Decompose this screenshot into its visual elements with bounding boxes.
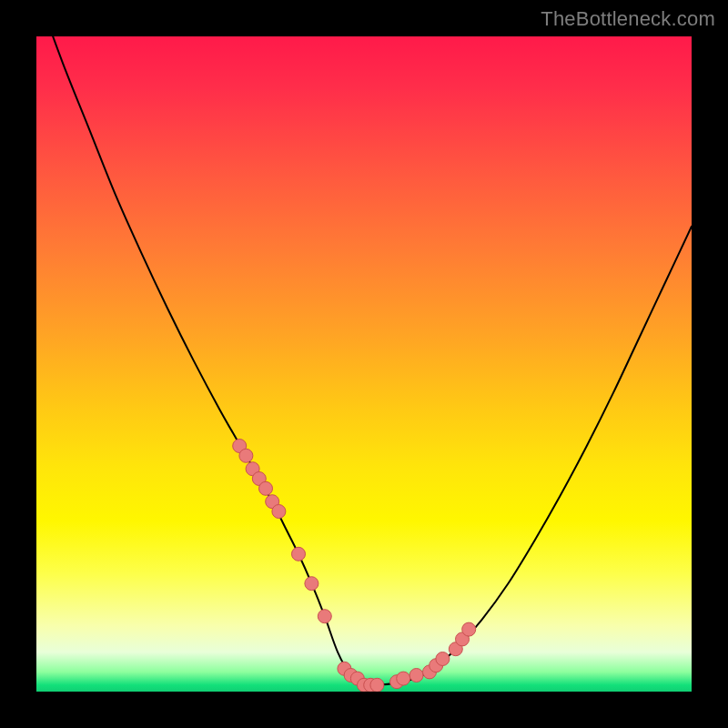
datapoint: [305, 577, 318, 591]
datapoint: [292, 547, 306, 561]
datapoint: [239, 449, 253, 462]
datapoint: [272, 505, 286, 519]
bottleneck-curve: [36, 36, 692, 686]
plot-area: [36, 36, 692, 692]
datapoints-group: [233, 440, 476, 693]
datapoint: [436, 652, 450, 666]
datapoint: [318, 610, 331, 623]
datapoint: [370, 678, 384, 692]
datapoint: [462, 622, 476, 636]
datapoint: [397, 672, 410, 685]
datapoint: [410, 669, 423, 682]
chart-frame: TheBottleneck.com: [0, 0, 728, 728]
datapoint: [259, 481, 273, 495]
chart-svg: [36, 36, 692, 692]
watermark-text: TheBottleneck.com: [541, 7, 715, 31]
